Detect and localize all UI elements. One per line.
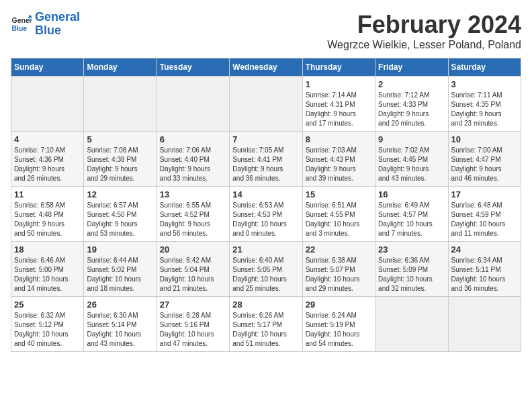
day-info: Sunrise: 6:42 AM Sunset: 5:04 PM Dayligh… <box>160 256 226 293</box>
day-info: Sunrise: 6:32 AM Sunset: 5:12 PM Dayligh… <box>14 311 81 349</box>
day-info: Sunrise: 6:28 AM Sunset: 5:16 PM Dayligh… <box>160 311 226 349</box>
svg-text:Blue: Blue <box>12 24 28 32</box>
calendar-cell: 11Sunrise: 6:58 AM Sunset: 4:48 PM Dayli… <box>11 187 84 242</box>
calendar-cell: 8Sunrise: 7:03 AM Sunset: 4:43 PM Daylig… <box>302 132 375 187</box>
weekday-header-saturday: Saturday <box>448 58 521 77</box>
calendar-cell: 3Sunrise: 7:11 AM Sunset: 4:35 PM Daylig… <box>448 77 521 132</box>
day-info: Sunrise: 6:57 AM Sunset: 4:50 PM Dayligh… <box>87 201 153 238</box>
day-number: 27 <box>160 300 226 310</box>
calendar-cell: 10Sunrise: 7:00 AM Sunset: 4:47 PM Dayli… <box>448 132 521 187</box>
day-info: Sunrise: 7:00 AM Sunset: 4:47 PM Dayligh… <box>451 146 518 183</box>
header: General Blue General Blue February 2024 … <box>11 11 521 51</box>
calendar-cell: 17Sunrise: 6:48 AM Sunset: 4:59 PM Dayli… <box>448 187 521 242</box>
calendar-cell: 15Sunrise: 6:51 AM Sunset: 4:55 PM Dayli… <box>302 187 375 242</box>
day-number: 11 <box>14 189 81 199</box>
day-number: 16 <box>378 189 445 199</box>
calendar-cell: 1Sunrise: 7:14 AM Sunset: 4:31 PM Daylig… <box>302 77 375 132</box>
calendar-table: SundayMondayTuesdayWednesdayThursdayFrid… <box>11 58 521 352</box>
day-info: Sunrise: 7:03 AM Sunset: 4:43 PM Dayligh… <box>306 146 372 183</box>
day-info: Sunrise: 6:48 AM Sunset: 4:59 PM Dayligh… <box>451 201 518 238</box>
day-info: Sunrise: 7:05 AM Sunset: 4:41 PM Dayligh… <box>232 146 299 183</box>
day-info: Sunrise: 7:08 AM Sunset: 4:38 PM Dayligh… <box>87 146 153 183</box>
day-number: 10 <box>451 134 518 144</box>
weekday-header-row: SundayMondayTuesdayWednesdayThursdayFrid… <box>11 58 521 77</box>
calendar-cell: 13Sunrise: 6:55 AM Sunset: 4:52 PM Dayli… <box>157 187 229 242</box>
calendar-cell <box>375 297 448 352</box>
calendar-cell: 24Sunrise: 6:34 AM Sunset: 5:11 PM Dayli… <box>448 242 521 297</box>
calendar-cell: 22Sunrise: 6:38 AM Sunset: 5:07 PM Dayli… <box>302 242 375 297</box>
calendar-cell: 28Sunrise: 6:26 AM Sunset: 5:17 PM Dayli… <box>230 297 302 352</box>
day-info: Sunrise: 6:49 AM Sunset: 4:57 PM Dayligh… <box>378 201 445 238</box>
weekday-header-wednesday: Wednesday <box>230 58 302 77</box>
calendar-cell: 26Sunrise: 6:30 AM Sunset: 5:14 PM Dayli… <box>84 297 157 352</box>
weekday-header-friday: Friday <box>375 58 448 77</box>
day-info: Sunrise: 6:26 AM Sunset: 5:17 PM Dayligh… <box>232 311 299 349</box>
day-number: 22 <box>306 244 372 255</box>
day-number: 7 <box>232 134 299 144</box>
calendar-cell: 4Sunrise: 7:10 AM Sunset: 4:36 PM Daylig… <box>11 132 84 187</box>
calendar-cell: 21Sunrise: 6:40 AM Sunset: 5:05 PM Dayli… <box>230 242 302 297</box>
day-number: 5 <box>87 134 153 144</box>
day-info: Sunrise: 7:12 AM Sunset: 4:33 PM Dayligh… <box>378 91 445 128</box>
day-number: 23 <box>378 244 445 255</box>
day-info: Sunrise: 6:51 AM Sunset: 4:55 PM Dayligh… <box>306 201 372 238</box>
logo-icon: General Blue <box>11 13 32 35</box>
day-number: 28 <box>232 300 299 310</box>
day-number: 20 <box>160 244 226 255</box>
calendar-cell: 18Sunrise: 6:46 AM Sunset: 5:00 PM Dayli… <box>11 242 84 297</box>
day-number: 15 <box>306 189 372 199</box>
calendar-week-3: 11Sunrise: 6:58 AM Sunset: 4:48 PM Dayli… <box>11 187 521 242</box>
weekday-header-monday: Monday <box>84 58 157 77</box>
calendar-week-5: 25Sunrise: 6:32 AM Sunset: 5:12 PM Dayli… <box>11 297 521 352</box>
calendar-cell: 20Sunrise: 6:42 AM Sunset: 5:04 PM Dayli… <box>157 242 229 297</box>
day-number: 18 <box>14 244 81 255</box>
calendar-week-1: 1Sunrise: 7:14 AM Sunset: 4:31 PM Daylig… <box>11 77 521 132</box>
day-number: 9 <box>378 134 445 144</box>
day-info: Sunrise: 6:24 AM Sunset: 5:19 PM Dayligh… <box>306 311 372 349</box>
day-number: 24 <box>451 244 518 255</box>
day-info: Sunrise: 6:44 AM Sunset: 5:02 PM Dayligh… <box>87 256 153 293</box>
calendar-week-2: 4Sunrise: 7:10 AM Sunset: 4:36 PM Daylig… <box>11 132 521 187</box>
day-number: 3 <box>451 79 518 89</box>
calendar-cell: 16Sunrise: 6:49 AM Sunset: 4:57 PM Dayli… <box>375 187 448 242</box>
calendar-cell: 19Sunrise: 6:44 AM Sunset: 5:02 PM Dayli… <box>84 242 157 297</box>
day-info: Sunrise: 7:10 AM Sunset: 4:36 PM Dayligh… <box>14 146 81 183</box>
day-info: Sunrise: 6:46 AM Sunset: 5:00 PM Dayligh… <box>14 256 81 293</box>
calendar-cell <box>84 77 157 132</box>
calendar-cell: 23Sunrise: 6:36 AM Sunset: 5:09 PM Dayli… <box>375 242 448 297</box>
day-number: 19 <box>87 244 153 255</box>
weekday-header-sunday: Sunday <box>11 58 84 77</box>
calendar-cell: 6Sunrise: 7:06 AM Sunset: 4:40 PM Daylig… <box>157 132 229 187</box>
day-info: Sunrise: 7:02 AM Sunset: 4:45 PM Dayligh… <box>378 146 445 183</box>
calendar-cell: 14Sunrise: 6:53 AM Sunset: 4:53 PM Dayli… <box>230 187 302 242</box>
day-number: 2 <box>378 79 445 89</box>
calendar-cell: 9Sunrise: 7:02 AM Sunset: 4:45 PM Daylig… <box>375 132 448 187</box>
day-info: Sunrise: 6:55 AM Sunset: 4:52 PM Dayligh… <box>160 201 226 238</box>
weekday-header-thursday: Thursday <box>302 58 375 77</box>
calendar-cell: 5Sunrise: 7:08 AM Sunset: 4:38 PM Daylig… <box>84 132 157 187</box>
month-title: February 2024 <box>327 11 521 39</box>
day-number: 25 <box>14 300 81 310</box>
calendar-cell: 12Sunrise: 6:57 AM Sunset: 4:50 PM Dayli… <box>84 187 157 242</box>
calendar-cell: 7Sunrise: 7:05 AM Sunset: 4:41 PM Daylig… <box>230 132 302 187</box>
calendar-cell <box>230 77 302 132</box>
calendar-cell: 2Sunrise: 7:12 AM Sunset: 4:33 PM Daylig… <box>375 77 448 132</box>
day-info: Sunrise: 7:11 AM Sunset: 4:35 PM Dayligh… <box>451 91 518 128</box>
calendar-cell: 27Sunrise: 6:28 AM Sunset: 5:16 PM Dayli… <box>157 297 229 352</box>
calendar-cell: 29Sunrise: 6:24 AM Sunset: 5:19 PM Dayli… <box>302 297 375 352</box>
day-number: 1 <box>306 79 372 89</box>
day-number: 13 <box>160 189 226 199</box>
day-info: Sunrise: 7:14 AM Sunset: 4:31 PM Dayligh… <box>306 91 372 128</box>
calendar-cell <box>448 297 521 352</box>
calendar-cell <box>157 77 229 132</box>
day-info: Sunrise: 6:36 AM Sunset: 5:09 PM Dayligh… <box>378 256 445 293</box>
day-number: 12 <box>87 189 153 199</box>
day-info: Sunrise: 6:53 AM Sunset: 4:53 PM Dayligh… <box>232 201 299 238</box>
day-number: 14 <box>232 189 299 199</box>
calendar-cell <box>11 77 84 132</box>
calendar-week-4: 18Sunrise: 6:46 AM Sunset: 5:00 PM Dayli… <box>11 242 521 297</box>
day-number: 8 <box>306 134 372 144</box>
day-number: 21 <box>232 244 299 255</box>
svg-marker-2 <box>28 14 32 17</box>
day-info: Sunrise: 6:34 AM Sunset: 5:11 PM Dayligh… <box>451 256 518 293</box>
